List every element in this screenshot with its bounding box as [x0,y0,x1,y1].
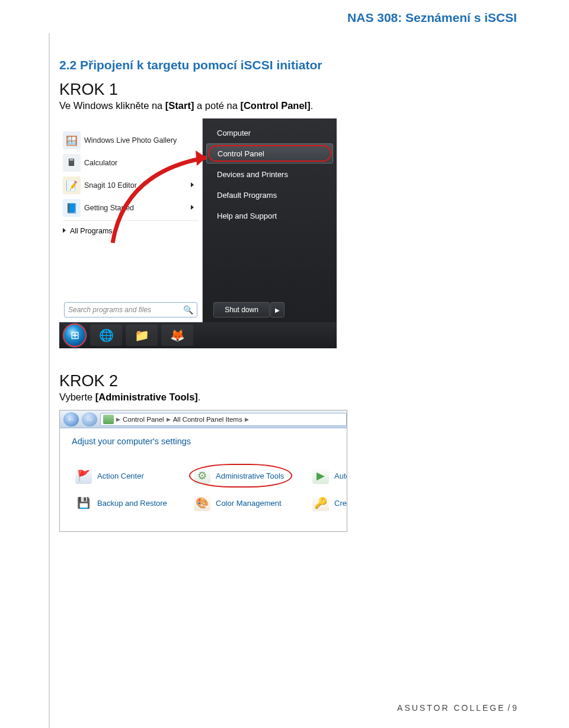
cp-item-icon: ▶ [312,467,329,484]
chevron-right-icon: ▶ [245,416,249,422]
start-menu-right-item[interactable]: Devices and Printers [206,164,333,184]
taskbar-explorer[interactable]: 📁 [126,325,158,346]
all-programs-label: All Programs [70,227,113,235]
cp-item-label: Color Management [216,499,282,508]
search-input[interactable]: Search programs and files 🔍 [64,302,197,318]
adjust-settings-label: Adjust your computer's settings [72,437,347,446]
right-item-label: Computer [217,129,251,137]
start-menu-left-pane: 🪟Windows Live Photo Gallery🖩Calculator📝S… [59,118,203,322]
krok1-post: . [311,100,314,111]
chevron-right-icon [191,182,194,187]
control-panel-icon [103,415,114,424]
right-item-label: Default Programs [217,191,277,200]
all-programs-item[interactable]: All Programs [59,222,202,240]
start-menu-item-label: Getting Started [84,204,134,212]
administrative-tools-link[interactable]: ⚙Administrative Tools [190,466,291,485]
start-menu-right-item[interactable]: Computer [206,123,333,143]
shutdown-menu-button[interactable]: ▶ [270,302,284,318]
control-panel-body: Adjust your computer's settings 🚩Action … [60,428,347,512]
start-menu-item[interactable]: 📘Getting Started [59,197,202,219]
chevron-right-icon: ▶ [116,416,120,422]
taskbar-ie[interactable]: 🌐 [90,325,122,346]
search-placeholder: Search programs and files [68,306,151,314]
shutdown-label: Shut down [225,306,258,314]
start-menu-right-pane: ComputerControl PanelDevices and Printer… [203,118,337,322]
start-menu-item[interactable]: 🪟Windows Live Photo Gallery [59,129,202,152]
breadcrumb[interactable]: ▶ Control Panel ▶ All Control Panel Item… [100,413,347,426]
start-menu-item-label: Snagit 10 Editor [84,181,137,190]
cp-item-label: AutoPl [334,472,347,480]
nav-forward-button[interactable]: → [82,412,97,426]
chevron-right-icon: ▶ [167,416,171,422]
control-panel-item[interactable]: 💾Backup and Restore [72,493,172,512]
control-panel-screenshot: ← → ▶ Control Panel ▶ All Control Panel … [59,410,347,532]
krok2-post: . [198,392,201,402]
start-menu-item-label: Windows Live Photo Gallery [84,136,177,145]
header-title: NAS 308: Seznámení s iSCSI [347,11,517,25]
krok1-pre: Ve Windows klikněte na [59,100,165,111]
start-orb[interactable]: ⊞ [63,323,87,347]
app-icon: 🖩 [63,154,81,172]
chevron-right-icon [191,205,194,210]
footer-college: ASUSTOR COLLEGE [397,703,505,713]
right-item-label: Control Panel [218,149,264,158]
cp-item-icon: 🎨 [194,495,210,511]
separator [63,220,199,221]
krok1-start: [Start] [165,100,194,111]
cp-item-icon: 🚩 [75,467,92,484]
control-panel-item[interactable]: 🔑Crede [309,493,344,512]
cp-item-icon: ⚙ [194,467,210,484]
start-menu-item-label: Calculator [84,159,117,167]
cp-item-icon: 🔑 [312,495,329,511]
right-item-label: Devices and Printers [217,170,288,179]
krok2-title: KROK 2 [59,372,517,390]
section-title: 2.2 Připojení k targetu pomocí iSCSI ini… [59,58,517,72]
control-panel-item[interactable]: 🚩Action Center [72,466,172,485]
control-panel-item[interactable]: ▶AutoPl [309,466,344,485]
explorer-titlebar: ← → ▶ Control Panel ▶ All Control Panel … [60,410,347,428]
right-item-label: Help and Support [217,211,277,220]
page-header: NAS 308: Seznámení s iSCSI [0,0,569,46]
cp-item-label: Action Center [97,472,144,480]
taskbar: ⊞ 🌐 📁 🦊 [59,322,337,348]
cp-item-icon: 💾 [75,495,92,511]
start-menu-screenshot: 🪟Windows Live Photo Gallery🖩Calculator📝S… [59,118,337,348]
cp-item-label: Backup and Restore [97,499,167,508]
start-menu-item[interactable]: 📝Snagit 10 Editor [59,174,202,197]
krok1-mid: a poté na [194,100,240,111]
start-menu-right-item[interactable]: Default Programs [206,185,333,205]
triangle-icon [63,228,66,233]
krok1-text: Ve Windows klikněte na [Start] a poté na… [59,100,517,111]
taskbar-firefox[interactable]: 🦊 [161,325,193,346]
krok2-admin: [Administrative Tools] [95,392,198,402]
start-menu-right-item[interactable]: Help and Support [206,206,333,226]
app-icon: 📘 [63,199,81,217]
page-footer: ASUSTOR COLLEGE / 9 [397,703,517,713]
cp-item-label: Crede [334,499,347,508]
control-panel-item[interactable]: 🎨Color Management [190,493,291,512]
crumb-1: All Control Panel Items [173,416,242,423]
krok1-cp: [Control Panel] [240,100,310,111]
search-icon: 🔍 [183,305,193,315]
nav-back-button[interactable]: ← [63,412,79,426]
krok1-title: KROK 1 [59,81,517,99]
shutdown-button[interactable]: Shut down [213,302,270,318]
start-menu-item [59,118,202,129]
cp-item-label: Administrative Tools [216,472,284,480]
crumb-0: Control Panel [123,416,164,423]
app-icon: 🪟 [63,132,81,149]
footer-page: / 9 [506,703,517,713]
krok2-pre: Vyberte [59,392,95,402]
krok2-text: Vyberte [Administrative Tools]. [59,392,517,403]
left-rule [49,33,50,728]
control-panel-link[interactable]: Control Panel [206,143,333,163]
app-icon: 📝 [63,177,81,194]
start-menu-item[interactable]: 🖩Calculator [59,152,202,174]
